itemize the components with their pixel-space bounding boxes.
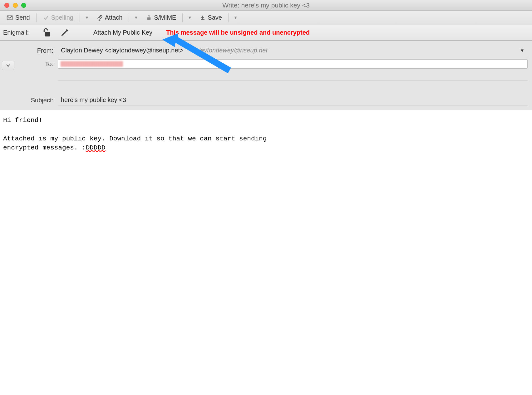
sign-toggle-button[interactable] <box>56 28 73 38</box>
add-recipient-line[interactable] <box>58 72 528 80</box>
message-body-editor[interactable]: Hi friend! Attached is my public key. Do… <box>0 110 532 158</box>
enigmail-label: Enigmail: <box>3 29 39 36</box>
from-identity-hint: claytondewey@riseup.net <box>196 47 268 54</box>
titlebar: Write: here's my public key <3 <box>0 0 532 11</box>
from-identity-dropdown[interactable]: Clayton Dewey <claytondewey@riseup.net> … <box>58 45 528 56</box>
enigmail-toolbar: Enigmail: Attach My Public Key This mess… <box>0 25 532 41</box>
attach-dropdown[interactable]: ▼ <box>132 15 140 20</box>
paperclip-icon <box>97 14 103 21</box>
save-label: Save <box>208 14 222 21</box>
attach-public-key-label: Attach My Public Key <box>93 29 152 36</box>
window-title: Write: here's my public key <3 <box>222 2 310 9</box>
spelling-label: Spelling <box>51 14 73 21</box>
svg-rect-1 <box>147 17 151 20</box>
send-label: Send <box>15 14 30 21</box>
from-row: From: Clayton Dewey <claytondewey@riseup… <box>0 45 528 56</box>
pencil-icon <box>60 28 69 37</box>
spellcheck-error: DDDDD <box>86 144 106 151</box>
check-icon <box>43 15 49 21</box>
window-controls <box>0 3 26 8</box>
send-icon <box>6 14 13 21</box>
spelling-button[interactable]: Spelling <box>40 13 76 22</box>
smime-dropdown[interactable]: ▼ <box>186 15 194 20</box>
body-line: Hi friend! <box>3 117 42 124</box>
toolbar-separator <box>36 13 37 22</box>
open-lock-icon <box>43 28 52 37</box>
from-label: From: <box>0 47 58 54</box>
toolbar-separator <box>80 13 80 22</box>
svg-rect-2 <box>201 19 204 20</box>
toolbar-separator <box>129 13 129 22</box>
minimize-window-button[interactable] <box>13 3 18 8</box>
attach-public-key-button[interactable]: Attach My Public Key <box>89 28 157 37</box>
toolbar-separator <box>182 13 183 22</box>
from-value-text: Clayton Dewey <claytondewey@riseup.net> <box>61 47 184 54</box>
save-dropdown[interactable]: ▼ <box>232 15 239 20</box>
body-line: encrypted messages. : <box>3 144 86 151</box>
svg-rect-3 <box>45 32 50 36</box>
subject-input[interactable] <box>58 95 528 105</box>
recipient-type-dropdown[interactable] <box>2 61 14 70</box>
save-down-icon <box>200 15 205 21</box>
enigmail-status-text: This message will be unsigned and unencr… <box>166 29 310 36</box>
send-button[interactable]: Send <box>3 13 33 22</box>
to-row: To: <box>0 59 528 69</box>
subject-row: Subject: <box>0 95 528 105</box>
encrypt-toggle-button[interactable] <box>39 27 56 38</box>
save-button[interactable]: Save <box>197 13 225 22</box>
spelling-dropdown[interactable]: ▼ <box>83 15 91 20</box>
message-headers: From: Clayton Dewey <claytondewey@riseup… <box>0 41 532 110</box>
redacted-recipient <box>61 61 123 67</box>
attach-button[interactable]: Attach <box>94 13 126 22</box>
maximize-window-button[interactable] <box>21 3 26 8</box>
to-address-input[interactable] <box>58 59 528 69</box>
smime-label: S/MIME <box>154 14 176 21</box>
chevron-down-icon: ▼ <box>520 48 525 53</box>
smime-button[interactable]: S/MIME <box>143 13 179 22</box>
attach-label: Attach <box>105 14 123 21</box>
lock-icon <box>146 15 152 21</box>
main-toolbar: Send Spelling ▼ Attach ▼ S/MIME ▼ Save ▼ <box>0 11 532 25</box>
close-window-button[interactable] <box>4 3 9 8</box>
subject-label: Subject: <box>0 97 58 104</box>
chevron-down-icon <box>6 64 10 67</box>
empty-recipient-row <box>0 72 528 80</box>
toolbar-separator <box>228 13 229 22</box>
body-line: Attached is my public key. Download it s… <box>3 135 267 142</box>
